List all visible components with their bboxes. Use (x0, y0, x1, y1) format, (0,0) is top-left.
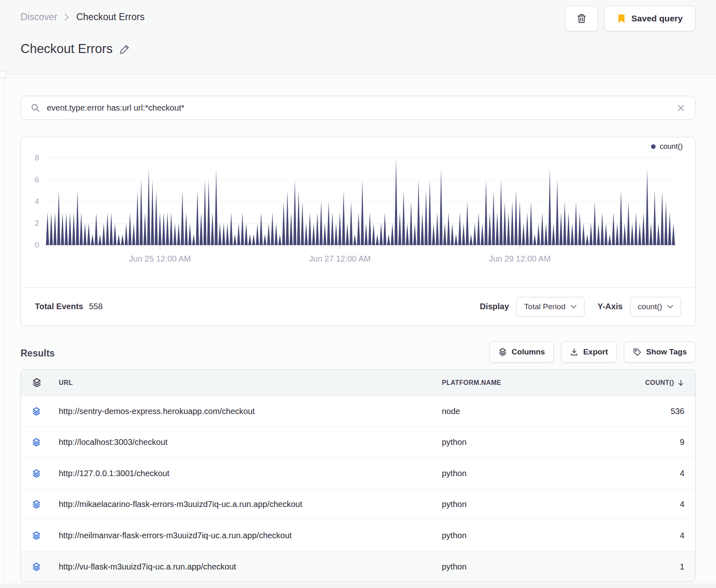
table-row: http://sentry-demos-express.herokuapp.co… (21, 396, 695, 427)
platform-cell[interactable]: python (442, 531, 598, 540)
breadcrumb-discover-link[interactable]: Discover (21, 12, 57, 23)
url-cell[interactable]: http://vu-flask-m3uuizd7iq-uc.a.run.app/… (59, 562, 442, 572)
display-label: Display (480, 302, 509, 311)
y-axis-tick-label: 6 (35, 175, 39, 184)
tag-icon (633, 347, 642, 357)
x-axis-tick-label: Jun 25 12:00 AM (129, 254, 191, 263)
row-stack-icon-button[interactable] (32, 562, 41, 572)
table-row: http://vu-flask-m3uuizd7iq-uc.a.run.app/… (21, 551, 695, 582)
show-tags-label: Show Tags (646, 347, 687, 357)
events-bar-chart[interactable]: 02468Jun 25 12:00 AMJun 27 12:00 AMJun 2… (21, 150, 695, 265)
platform-cell[interactable]: python (442, 438, 598, 447)
url-cell[interactable]: http://mikaelacarino-flask-errors-m3uuiz… (59, 500, 442, 509)
chevron-down-icon (570, 305, 577, 309)
row-stack-icon-button[interactable] (32, 469, 41, 478)
table-row: http://neilmanvar-flask-errors-m3uuizd7i… (21, 520, 695, 551)
platform-cell[interactable]: node (442, 407, 598, 416)
results-table: URL PLATFORM.NAME COUNT() http://sentry-… (21, 369, 695, 582)
display-value: Total Period (524, 302, 565, 311)
search-bar (21, 96, 695, 120)
edit-title-pencil-icon[interactable] (119, 44, 130, 55)
layers-icon (498, 347, 507, 357)
count-cell[interactable]: 536 (598, 407, 684, 416)
platform-cell[interactable]: python (442, 469, 598, 478)
x-axis-tick-label: Jun 27 12:00 AM (309, 254, 371, 263)
table-row: http://localhost:3003/checkout python 9 (21, 427, 695, 458)
display-dropdown[interactable]: Total Period (516, 297, 584, 317)
count-cell[interactable]: 4 (598, 531, 684, 540)
url-cell[interactable]: http://127.0.0.1:3001/checkout (59, 469, 442, 478)
platform-cell[interactable]: python (442, 562, 598, 572)
total-events-label: Total Events (35, 302, 83, 311)
export-label: Export (583, 347, 608, 357)
table-header-row: URL PLATFORM.NAME COUNT() (21, 370, 695, 396)
url-cell[interactable]: http://sentry-demos-express.herokuapp.co… (59, 407, 442, 416)
download-icon (570, 347, 579, 357)
chart-footer: Total Events 558 Display Total Period Y-… (21, 287, 695, 325)
export-button[interactable]: Export (561, 341, 617, 363)
column-header-count[interactable]: COUNT() (598, 379, 684, 387)
table-row: http://127.0.0.1:3001/checkout python 4 (21, 458, 695, 489)
saved-query-label: Saved query (631, 14, 683, 23)
total-events-value: 558 (89, 302, 102, 311)
table-body: http://sentry-demos-express.herokuapp.co… (21, 396, 695, 582)
show-tags-button[interactable]: Show Tags (624, 341, 695, 363)
columns-button[interactable]: Columns (490, 341, 554, 363)
panel-edge-handle[interactable] (0, 71, 7, 78)
search-input[interactable] (47, 103, 670, 113)
saved-query-button[interactable]: Saved query (604, 6, 695, 31)
breadcrumb: Discover Checkout Errors (21, 12, 145, 23)
panel-divider (5, 74, 5, 588)
count-cell[interactable]: 9 (598, 438, 684, 447)
legend-dot-icon (651, 144, 656, 149)
y-axis-label: Y-Axis (598, 302, 623, 311)
delete-query-button[interactable] (565, 6, 598, 31)
y-axis-tick-label: 8 (35, 153, 39, 162)
events-chart-card: count() 02468Jun 25 12:00 AMJun 27 12:00… (21, 137, 695, 326)
y-axis-value: count() (638, 302, 662, 311)
count-cell[interactable]: 4 (598, 469, 684, 478)
row-stack-icon-button[interactable] (32, 438, 41, 447)
x-axis-tick-label: Jun 29 12:00 AM (489, 254, 551, 263)
search-icon (31, 103, 40, 113)
results-actions: Columns Export Show Tags (490, 341, 695, 363)
row-stack-icon-button[interactable] (32, 531, 41, 540)
clear-search-icon[interactable] (677, 104, 685, 112)
results-title: Results (21, 348, 55, 359)
chevron-down-icon (667, 305, 673, 309)
count-cell[interactable]: 4 (598, 500, 684, 509)
columns-label: Columns (512, 347, 545, 357)
platform-cell[interactable]: python (442, 500, 598, 509)
chevron-right-icon (64, 13, 69, 22)
y-axis-dropdown[interactable]: count() (630, 297, 681, 317)
breadcrumb-current: Checkout Errors (76, 12, 144, 23)
row-stack-icon-button[interactable] (32, 407, 41, 416)
stack-column-icon (32, 377, 59, 388)
trash-icon (576, 13, 587, 24)
bottom-strip (0, 583, 716, 588)
sort-desc-arrow-icon (677, 379, 684, 387)
y-axis-tick-label: 2 (35, 219, 39, 227)
table-row: http://mikaelacarino-flask-errors-m3uuiz… (21, 489, 695, 521)
count-cell[interactable]: 1 (598, 562, 684, 572)
page-title: Checkout Errors (21, 42, 113, 56)
bookmark-icon (617, 14, 626, 23)
y-axis-tick-label: 0 (35, 241, 39, 249)
column-header-url[interactable]: URL (59, 379, 442, 387)
url-cell[interactable]: http://neilmanvar-flask-errors-m3uuizd7i… (59, 531, 442, 540)
row-stack-icon-button[interactable] (32, 500, 41, 509)
column-header-platform[interactable]: PLATFORM.NAME (442, 379, 598, 387)
url-cell[interactable]: http://localhost:3003/checkout (59, 438, 442, 447)
y-axis-tick-label: 4 (35, 197, 39, 206)
